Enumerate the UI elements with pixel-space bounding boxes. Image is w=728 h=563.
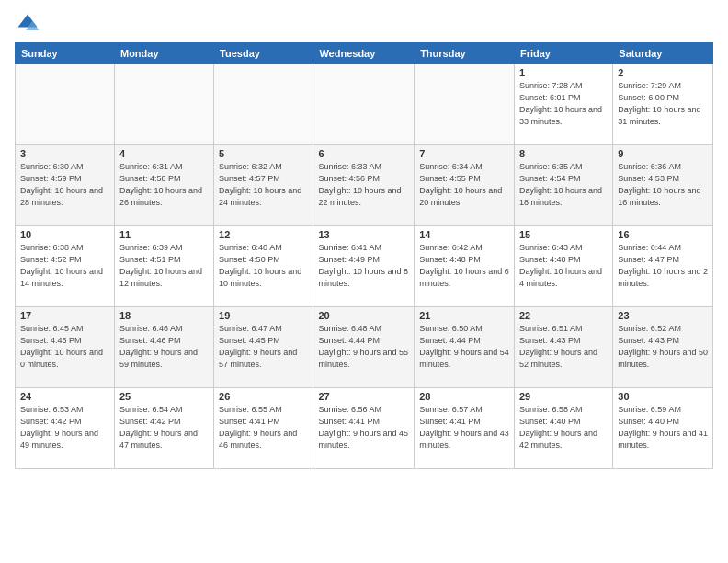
day-number: 17: [20, 310, 109, 321]
calendar-cell: 25Sunrise: 6:54 AM Sunset: 4:42 PM Dayli…: [114, 388, 213, 469]
day-info: Sunrise: 6:35 AM Sunset: 4:54 PM Dayligh…: [519, 161, 608, 209]
calendar-cell: 3Sunrise: 6:30 AM Sunset: 4:59 PM Daylig…: [16, 145, 115, 226]
day-info: Sunrise: 6:55 AM Sunset: 4:41 PM Dayligh…: [219, 404, 308, 452]
day-info: Sunrise: 6:44 AM Sunset: 4:47 PM Dayligh…: [618, 242, 708, 290]
weekday-header: Sunday: [16, 43, 115, 64]
calendar-week-row: 1Sunrise: 7:28 AM Sunset: 6:01 PM Daylig…: [16, 64, 713, 145]
weekday-header: Tuesday: [214, 43, 313, 64]
day-info: Sunrise: 6:34 AM Sunset: 4:55 PM Dayligh…: [419, 161, 509, 209]
calendar-cell: [114, 64, 213, 145]
calendar-cell: 14Sunrise: 6:42 AM Sunset: 4:48 PM Dayli…: [415, 226, 515, 307]
day-number: 29: [519, 391, 608, 402]
calendar-cell: [214, 64, 313, 145]
calendar-cell: [313, 64, 415, 145]
day-info: Sunrise: 6:58 AM Sunset: 4:40 PM Dayligh…: [519, 404, 608, 452]
calendar-week-row: 17Sunrise: 6:45 AM Sunset: 4:46 PM Dayli…: [16, 307, 713, 388]
day-number: 16: [618, 229, 708, 240]
day-number: 25: [119, 391, 209, 402]
calendar-cell: 11Sunrise: 6:39 AM Sunset: 4:51 PM Dayli…: [114, 226, 213, 307]
day-number: 13: [318, 229, 409, 240]
calendar-cell: 20Sunrise: 6:48 AM Sunset: 4:44 PM Dayli…: [313, 307, 415, 388]
day-number: 8: [519, 148, 608, 159]
calendar-cell: 7Sunrise: 6:34 AM Sunset: 4:55 PM Daylig…: [415, 145, 515, 226]
day-number: 4: [119, 148, 209, 159]
day-number: 2: [618, 67, 708, 78]
calendar-header-row: SundayMondayTuesdayWednesdayThursdayFrid…: [16, 43, 713, 64]
day-number: 21: [419, 310, 509, 321]
day-info: Sunrise: 6:39 AM Sunset: 4:51 PM Dayligh…: [119, 242, 209, 290]
calendar-week-row: 3Sunrise: 6:30 AM Sunset: 4:59 PM Daylig…: [16, 145, 713, 226]
calendar-week-row: 10Sunrise: 6:38 AM Sunset: 4:52 PM Dayli…: [16, 226, 713, 307]
day-number: 3: [20, 148, 109, 159]
day-number: 19: [219, 310, 308, 321]
day-info: Sunrise: 6:53 AM Sunset: 4:42 PM Dayligh…: [20, 404, 109, 452]
day-number: 30: [618, 391, 708, 402]
day-info: Sunrise: 6:32 AM Sunset: 4:57 PM Dayligh…: [219, 161, 308, 209]
calendar-cell: 30Sunrise: 6:59 AM Sunset: 4:40 PM Dayli…: [613, 388, 713, 469]
calendar-cell: 22Sunrise: 6:51 AM Sunset: 4:43 PM Dayli…: [514, 307, 612, 388]
day-number: 22: [519, 310, 608, 321]
day-number: 23: [618, 310, 708, 321]
day-info: Sunrise: 6:31 AM Sunset: 4:58 PM Dayligh…: [119, 161, 209, 209]
day-info: Sunrise: 6:48 AM Sunset: 4:44 PM Dayligh…: [318, 323, 409, 371]
day-number: 15: [519, 229, 608, 240]
day-info: Sunrise: 6:36 AM Sunset: 4:53 PM Dayligh…: [618, 161, 708, 209]
calendar-cell: 17Sunrise: 6:45 AM Sunset: 4:46 PM Dayli…: [16, 307, 115, 388]
calendar-cell: 4Sunrise: 6:31 AM Sunset: 4:58 PM Daylig…: [114, 145, 213, 226]
day-info: Sunrise: 6:56 AM Sunset: 4:41 PM Dayligh…: [318, 404, 409, 452]
calendar-cell: 10Sunrise: 6:38 AM Sunset: 4:52 PM Dayli…: [16, 226, 115, 307]
weekday-header: Saturday: [613, 43, 713, 64]
day-number: 18: [119, 310, 209, 321]
day-info: Sunrise: 6:52 AM Sunset: 4:43 PM Dayligh…: [618, 323, 708, 371]
calendar-cell: 8Sunrise: 6:35 AM Sunset: 4:54 PM Daylig…: [514, 145, 612, 226]
calendar-cell: 23Sunrise: 6:52 AM Sunset: 4:43 PM Dayli…: [613, 307, 713, 388]
day-info: Sunrise: 6:47 AM Sunset: 4:45 PM Dayligh…: [219, 323, 308, 371]
day-info: Sunrise: 6:43 AM Sunset: 4:48 PM Dayligh…: [519, 242, 608, 290]
day-number: 26: [219, 391, 308, 402]
day-info: Sunrise: 6:57 AM Sunset: 4:41 PM Dayligh…: [419, 404, 509, 452]
day-number: 27: [318, 391, 409, 402]
day-number: 11: [119, 229, 209, 240]
day-number: 1: [519, 67, 608, 78]
calendar-table: SundayMondayTuesdayWednesdayThursdayFrid…: [15, 42, 713, 469]
calendar-cell: 13Sunrise: 6:41 AM Sunset: 4:49 PM Dayli…: [313, 226, 415, 307]
day-info: Sunrise: 6:54 AM Sunset: 4:42 PM Dayligh…: [119, 404, 209, 452]
calendar-cell: 16Sunrise: 6:44 AM Sunset: 4:47 PM Dayli…: [613, 226, 713, 307]
day-number: 7: [419, 148, 509, 159]
day-info: Sunrise: 6:45 AM Sunset: 4:46 PM Dayligh…: [20, 323, 109, 371]
day-info: Sunrise: 6:33 AM Sunset: 4:56 PM Dayligh…: [318, 161, 409, 209]
day-number: 28: [419, 391, 509, 402]
day-info: Sunrise: 7:29 AM Sunset: 6:00 PM Dayligh…: [618, 80, 708, 128]
calendar-cell: 5Sunrise: 6:32 AM Sunset: 4:57 PM Daylig…: [214, 145, 313, 226]
logo: [15, 11, 42, 37]
calendar-cell: [16, 64, 115, 145]
day-info: Sunrise: 6:59 AM Sunset: 4:40 PM Dayligh…: [618, 404, 708, 452]
calendar-cell: 2Sunrise: 7:29 AM Sunset: 6:00 PM Daylig…: [613, 64, 713, 145]
calendar-cell: 29Sunrise: 6:58 AM Sunset: 4:40 PM Dayli…: [514, 388, 612, 469]
weekday-header: Friday: [514, 43, 612, 64]
day-info: Sunrise: 7:28 AM Sunset: 6:01 PM Dayligh…: [519, 80, 608, 128]
day-number: 6: [318, 148, 409, 159]
day-info: Sunrise: 6:41 AM Sunset: 4:49 PM Dayligh…: [318, 242, 409, 290]
day-info: Sunrise: 6:40 AM Sunset: 4:50 PM Dayligh…: [219, 242, 308, 290]
calendar-cell: 12Sunrise: 6:40 AM Sunset: 4:50 PM Dayli…: [214, 226, 313, 307]
calendar-cell: 9Sunrise: 6:36 AM Sunset: 4:53 PM Daylig…: [613, 145, 713, 226]
day-number: 14: [419, 229, 509, 240]
weekday-header: Thursday: [415, 43, 515, 64]
weekday-header: Wednesday: [313, 43, 415, 64]
calendar-cell: 6Sunrise: 6:33 AM Sunset: 4:56 PM Daylig…: [313, 145, 415, 226]
day-info: Sunrise: 6:42 AM Sunset: 4:48 PM Dayligh…: [419, 242, 509, 290]
calendar-week-row: 24Sunrise: 6:53 AM Sunset: 4:42 PM Dayli…: [16, 388, 713, 469]
calendar-cell: 24Sunrise: 6:53 AM Sunset: 4:42 PM Dayli…: [16, 388, 115, 469]
calendar-cell: [415, 64, 515, 145]
day-info: Sunrise: 6:46 AM Sunset: 4:46 PM Dayligh…: [119, 323, 209, 371]
calendar-cell: 19Sunrise: 6:47 AM Sunset: 4:45 PM Dayli…: [214, 307, 313, 388]
day-number: 10: [20, 229, 109, 240]
day-info: Sunrise: 6:38 AM Sunset: 4:52 PM Dayligh…: [20, 242, 109, 290]
day-number: 24: [20, 391, 109, 402]
day-number: 12: [219, 229, 308, 240]
calendar-cell: 18Sunrise: 6:46 AM Sunset: 4:46 PM Dayli…: [114, 307, 213, 388]
day-info: Sunrise: 6:51 AM Sunset: 4:43 PM Dayligh…: [519, 323, 608, 371]
day-info: Sunrise: 6:30 AM Sunset: 4:59 PM Dayligh…: [20, 161, 109, 209]
calendar-cell: 28Sunrise: 6:57 AM Sunset: 4:41 PM Dayli…: [415, 388, 515, 469]
